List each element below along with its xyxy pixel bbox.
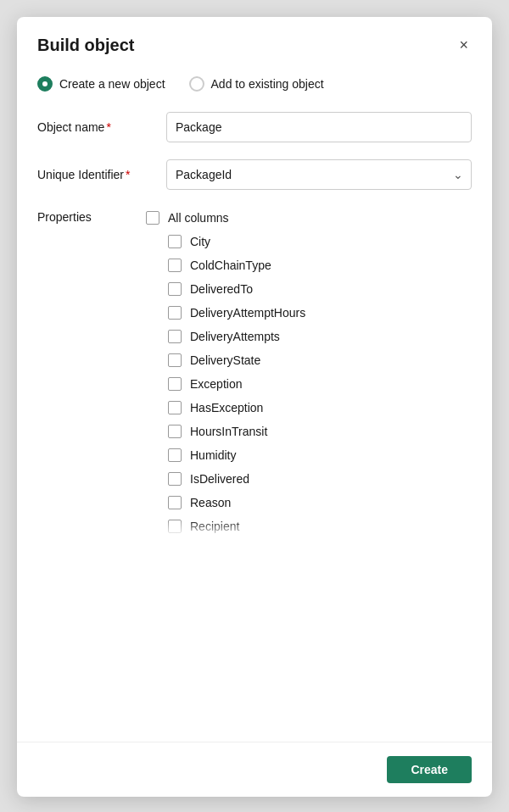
hasexception-label: HasException — [190, 401, 263, 414]
radio-group: Create a new object Add to existing obje… — [37, 76, 472, 92]
city-checkbox[interactable] — [168, 235, 182, 248]
build-object-dialog: Build object × Create a new object Add t… — [17, 17, 492, 797]
list-item[interactable]: HasException — [166, 397, 472, 419]
list-item[interactable]: DeliveredTo — [166, 278, 472, 300]
deliveryattempthours-label: DeliveryAttemptHours — [190, 306, 305, 320]
dialog-header: Build object × — [17, 17, 492, 70]
deliveryattempthours-checkbox[interactable] — [168, 306, 182, 320]
isdelivered-label: IsDelivered — [190, 472, 249, 486]
humidity-label: Humidity — [190, 448, 236, 462]
dialog-footer: Create — [17, 742, 492, 797]
coldchaintype-checkbox[interactable] — [168, 259, 182, 272]
list-item[interactable]: Reason — [166, 492, 472, 514]
deliveryattempts-label: DeliveryAttempts — [190, 330, 280, 343]
list-item[interactable]: DeliveryAttempts — [166, 325, 472, 348]
all-columns-label: All columns — [168, 211, 229, 225]
hoursintransit-checkbox[interactable] — [168, 425, 182, 438]
create-new-radio[interactable] — [37, 76, 53, 92]
list-item[interactable]: Recipient — [166, 515, 472, 537]
properties-row: Properties All columns City ColdChainTyp… — [37, 207, 472, 537]
object-name-row: Object name* — [37, 112, 472, 142]
dialog-title: Build object — [37, 36, 134, 55]
properties-label: Properties — [37, 207, 156, 224]
list-item[interactable]: ColdChainType — [166, 254, 472, 276]
unique-id-row: Unique Identifier* PackageId ⌄ — [37, 159, 472, 190]
list-item[interactable]: City — [166, 231, 472, 253]
deliveryattempts-checkbox[interactable] — [168, 330, 182, 343]
add-existing-option[interactable]: Add to existing object — [189, 76, 324, 92]
unique-id-label: Unique Identifier* — [37, 168, 156, 181]
list-item[interactable]: HoursInTransit — [166, 420, 472, 442]
object-name-input[interactable] — [166, 112, 472, 142]
list-item[interactable]: Humidity — [166, 444, 472, 466]
exception-checkbox[interactable] — [168, 377, 182, 391]
add-existing-radio[interactable] — [189, 76, 204, 92]
deliveredto-label: DeliveredTo — [190, 282, 253, 296]
unique-id-select[interactable]: PackageId — [166, 159, 472, 190]
properties-list: All columns City ColdChainType Delivered… — [166, 207, 472, 537]
coldchaintype-label: ColdChainType — [190, 259, 271, 272]
list-item[interactable]: DeliveryAttemptHours — [166, 302, 472, 324]
close-button[interactable]: × — [456, 34, 472, 56]
hasexception-checkbox[interactable] — [168, 401, 182, 414]
list-item[interactable]: Exception — [166, 373, 472, 395]
city-label: City — [190, 235, 210, 248]
deliveredto-checkbox[interactable] — [168, 282, 182, 296]
recipient-label: Recipient — [190, 520, 239, 533]
reason-checkbox[interactable] — [168, 496, 182, 509]
all-columns-checkbox[interactable] — [146, 211, 159, 225]
create-button[interactable]: Create — [387, 756, 472, 783]
list-item[interactable]: DeliveryState — [166, 349, 472, 371]
all-columns-item[interactable]: All columns — [144, 207, 472, 229]
list-item[interactable]: IsDelivered — [166, 468, 472, 490]
isdelivered-checkbox[interactable] — [168, 472, 182, 486]
object-name-label: Object name* — [37, 120, 156, 134]
create-new-option[interactable]: Create a new object — [37, 76, 165, 92]
recipient-checkbox[interactable] — [168, 520, 182, 533]
add-existing-label: Add to existing object — [211, 77, 324, 91]
hoursintransit-label: HoursInTransit — [190, 425, 267, 438]
deliverystate-label: DeliveryState — [190, 353, 260, 367]
reason-label: Reason — [190, 496, 231, 509]
humidity-checkbox[interactable] — [168, 448, 182, 462]
exception-label: Exception — [190, 377, 242, 391]
dialog-body: Create a new object Add to existing obje… — [17, 70, 492, 742]
deliverystate-checkbox[interactable] — [168, 353, 182, 367]
unique-id-select-wrapper: PackageId ⌄ — [166, 159, 472, 190]
create-new-label: Create a new object — [59, 77, 165, 91]
